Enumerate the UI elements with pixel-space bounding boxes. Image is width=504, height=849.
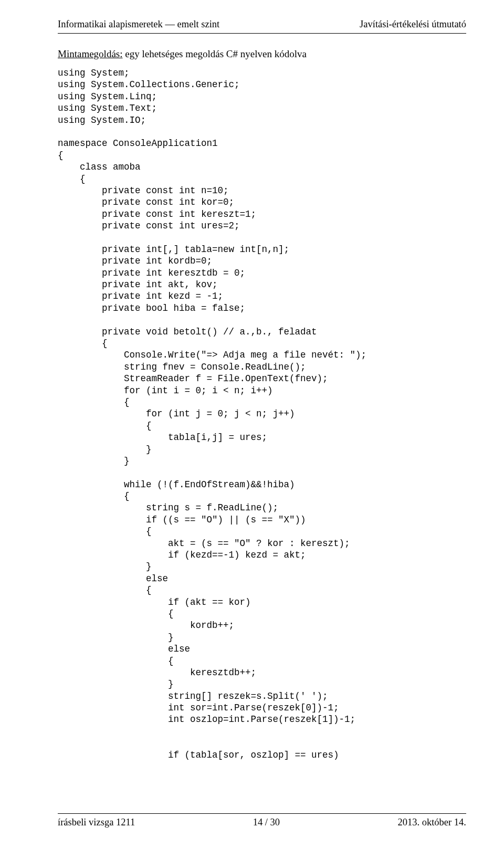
page-footer-wrap: írásbeli vizsga 1211 14 / 30 2013. októb… xyxy=(58,813,466,828)
title-rest: egy lehetséges megoldás C# nyelven kódol… xyxy=(122,48,306,59)
page-footer: írásbeli vizsga 1211 14 / 30 2013. októb… xyxy=(58,817,466,828)
page-header: Informatikai alapismeretek — emelt szint… xyxy=(58,19,466,30)
footer-left: írásbeli vizsga 1211 xyxy=(58,817,135,828)
header-right: Javítási-értékelési útmutató xyxy=(360,19,466,30)
title-underlined: Mintamegoldás: xyxy=(58,48,122,59)
section-title: Mintamegoldás: egy lehetséges megoldás C… xyxy=(58,48,466,60)
code-block: using System; using System.Collections.G… xyxy=(58,67,466,761)
page-content: Mintamegoldás: egy lehetséges megoldás C… xyxy=(58,34,466,813)
document-page: Informatikai alapismeretek — emelt szint… xyxy=(0,0,504,849)
footer-rule xyxy=(58,813,466,814)
footer-center: 14 / 30 xyxy=(253,817,280,828)
footer-right: 2013. október 14. xyxy=(397,817,466,828)
header-left: Informatikai alapismeretek — emelt szint xyxy=(58,19,219,30)
